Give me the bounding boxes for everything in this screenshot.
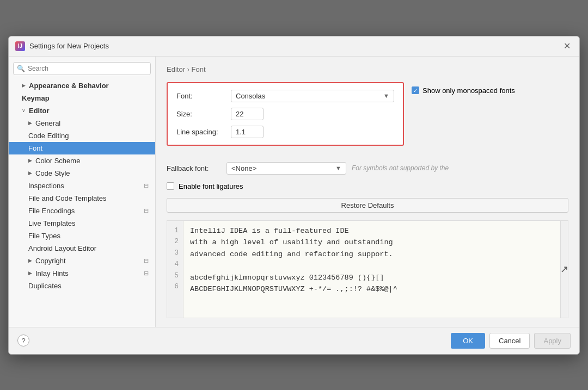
sidebar-item-label: File Encodings — [28, 207, 75, 215]
line-number: 4 — [171, 259, 179, 270]
main-content: Editor › Font Font: Consolas ▼ — [156, 57, 579, 327]
badge-icon: ⊟ — [144, 207, 149, 214]
dialog-title: Settings for New Projects — [29, 42, 109, 50]
sidebar-item-copyright[interactable]: ▶ Copyright ⊟ — [9, 255, 155, 267]
sidebar-item-appearance[interactable]: ▶ Appearance & Behavior — [9, 79, 155, 92]
fallback-hint: For symbols not supported by the — [352, 164, 449, 172]
sidebar-item-inspections[interactable]: Inspections ⊟ — [9, 179, 155, 192]
cancel-button[interactable]: Cancel — [489, 333, 530, 349]
close-button[interactable]: ✕ — [561, 41, 573, 52]
sidebar-item-code-editing[interactable]: Code Editing — [9, 129, 155, 142]
sidebar-item-label: Copyright — [35, 257, 66, 265]
dialog-body: 🔍 ▶ Appearance & Behavior Keymap ∨ Edito… — [9, 57, 579, 327]
bottom-bar: ? OK Cancel Apply — [9, 327, 579, 354]
sidebar-item-code-style[interactable]: ▶ Code Style — [9, 167, 155, 179]
sidebar-item-label: Appearance & Behavior — [29, 82, 109, 90]
title-bar: IJ Settings for New Projects ✕ — [9, 36, 579, 57]
font-value: Consolas — [236, 92, 265, 100]
ligatures-checkbox[interactable] — [167, 182, 174, 190]
ligatures-row: Enable font ligatures — [167, 182, 568, 190]
code-preview-inner: 1 2 3 4 5 6 IntelliJ IDEA is a full-feat… — [167, 221, 568, 318]
sidebar-item-file-code-templates[interactable]: File and Code Templates — [9, 192, 155, 205]
help-button[interactable]: ? — [17, 335, 29, 346]
font-dropdown[interactable]: Consolas ▼ — [231, 90, 394, 102]
scrollbar[interactable]: ↗ — [560, 221, 568, 318]
app-icon: IJ — [15, 41, 25, 51]
fallback-dropdown[interactable]: <None> ▼ — [226, 162, 346, 175]
search-icon: 🔍 — [17, 65, 25, 72]
size-label: Size: — [176, 110, 225, 118]
dropdown-chevron-icon: ▼ — [335, 165, 341, 171]
chevron-icon: ▶ — [28, 120, 32, 126]
line-number: 5 — [171, 270, 179, 282]
dropdown-chevron-icon: ▼ — [383, 92, 389, 99]
sidebar-item-label: Keymap — [22, 94, 50, 102]
line-numbers: 1 2 3 4 5 6 — [167, 221, 183, 318]
sidebar-item-duplicates[interactable]: Duplicates — [9, 280, 155, 292]
sidebar-item-android-layout[interactable]: Android Layout Editor — [9, 242, 155, 255]
settings-dialog: IJ Settings for New Projects ✕ 🔍 ▶ Appea… — [8, 36, 580, 355]
sidebar-item-label: File and Code Templates — [28, 194, 107, 202]
sidebar-item-label: Font — [28, 144, 42, 152]
sidebar-item-label: Code Editing — [28, 132, 69, 140]
sidebar-item-label: General — [35, 119, 60, 127]
line-number: 3 — [171, 247, 179, 259]
ok-button[interactable]: OK — [451, 333, 485, 349]
sidebar-item-label: Color Scheme — [35, 157, 80, 165]
sidebar-item-label: Android Layout Editor — [28, 244, 96, 252]
sidebar-item-general[interactable]: ▶ General — [9, 117, 155, 129]
search-box: 🔍 — [13, 62, 151, 75]
ligatures-label: Enable font ligatures — [179, 182, 243, 190]
show-monospaced-checkbox[interactable]: ✓ — [412, 86, 419, 94]
sidebar-item-editor[interactable]: ∨ Editor — [9, 104, 155, 117]
font-row: Font: Consolas ▼ — [176, 90, 394, 102]
button-group: OK Cancel Apply — [451, 333, 571, 349]
search-input[interactable] — [13, 62, 151, 75]
fallback-row: Fallback font: <None> ▼ For symbols not … — [167, 162, 568, 175]
sidebar-item-keymap[interactable]: Keymap — [9, 92, 155, 104]
restore-defaults-button[interactable]: Restore Defaults — [167, 198, 568, 213]
size-input[interactable] — [231, 108, 264, 120]
sidebar-item-label: Live Templates — [28, 219, 75, 227]
sidebar-item-color-scheme[interactable]: ▶ Color Scheme — [9, 154, 155, 167]
sidebar-item-font[interactable]: Font — [9, 142, 155, 154]
breadcrumb-part1: Editor — [167, 65, 185, 73]
badge-icon: ⊟ — [144, 182, 149, 189]
sidebar-item-label: Editor — [29, 107, 50, 115]
fallback-value: <None> — [231, 164, 256, 172]
sidebar-item-inlay-hints[interactable]: ▶ Inlay Hints ⊟ — [9, 267, 155, 280]
sidebar: 🔍 ▶ Appearance & Behavior Keymap ∨ Edito… — [9, 57, 156, 327]
badge-icon: ⊟ — [144, 257, 149, 264]
line-number: 2 — [171, 236, 179, 247]
sidebar-item-label: Inspections — [28, 182, 64, 190]
chevron-icon: ▶ — [28, 158, 32, 163]
sidebar-item-live-templates[interactable]: Live Templates — [9, 217, 155, 230]
cursor-icon: ↗ — [560, 263, 568, 275]
apply-button[interactable]: Apply — [534, 333, 571, 349]
show-monospaced-label: Show only monospaced fonts — [422, 86, 515, 95]
code-content: IntelliJ IDEA is a full-featured IDE wit… — [183, 221, 404, 318]
fallback-label: Fallback font: — [167, 164, 221, 172]
chevron-icon: ▶ — [28, 170, 32, 176]
sidebar-item-label: Duplicates — [28, 282, 62, 290]
chevron-icon: ▶ — [28, 270, 32, 276]
code-preview: 1 2 3 4 5 6 IntelliJ IDEA is a full-feat… — [167, 220, 568, 318]
sidebar-item-label: Code Style — [35, 169, 70, 177]
breadcrumb-part2: Font — [192, 65, 206, 73]
line-spacing-label: Line spacing: — [176, 128, 225, 136]
line-spacing-row: Line spacing: — [176, 126, 394, 138]
line-number: 1 — [171, 225, 179, 237]
chevron-icon: ▶ — [22, 83, 26, 88]
font-settings-box: Font: Consolas ▼ Size: Line spacing: — [167, 82, 404, 146]
font-label: Font: — [176, 92, 225, 100]
line-spacing-input[interactable] — [231, 126, 264, 138]
breadcrumb-separator: › — [187, 65, 192, 73]
title-bar-left: IJ Settings for New Projects — [15, 41, 109, 51]
line-number: 6 — [171, 281, 179, 293]
sidebar-item-label: File Types — [28, 232, 60, 240]
sidebar-item-label: Inlay Hints — [35, 269, 69, 277]
sidebar-item-file-types[interactable]: File Types — [9, 230, 155, 242]
size-row: Size: — [176, 108, 394, 120]
sidebar-item-file-encodings[interactable]: File Encodings ⊟ — [9, 205, 155, 217]
breadcrumb: Editor › Font — [167, 65, 568, 73]
